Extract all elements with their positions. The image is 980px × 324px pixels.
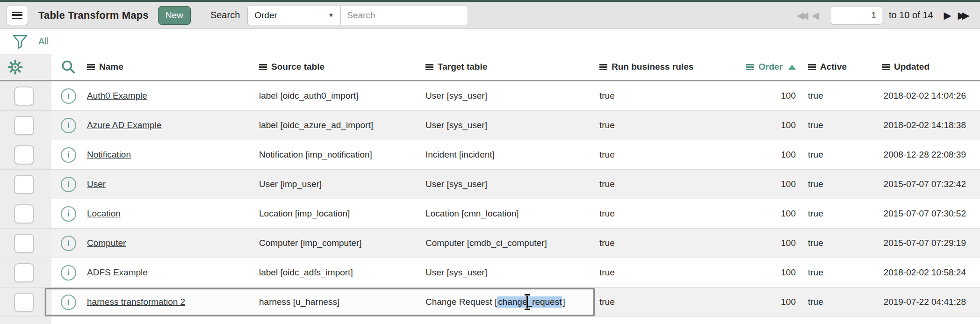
record-name-link[interactable]: User <box>87 179 106 189</box>
row-checkbox[interactable] <box>14 145 34 165</box>
search-input[interactable] <box>341 6 468 25</box>
record-name-link[interactable]: ADFS Example <box>87 267 148 278</box>
page-number-input[interactable] <box>831 6 882 25</box>
updated-cell: 2018-02-02 10:58:24 <box>860 267 980 278</box>
header-search-cell <box>51 59 85 75</box>
row-gutter <box>0 170 51 199</box>
list-context-menu-button[interactable] <box>7 6 28 25</box>
run-business-rules-cell: true <box>598 238 729 248</box>
column-header-name[interactable]: Name <box>85 62 259 72</box>
table-row: i User User [imp_user] User [sys_user] t… <box>0 170 980 199</box>
row-checkbox[interactable] <box>14 204 34 223</box>
column-header-updated[interactable]: Updated <box>860 62 980 72</box>
pagination: ◀◀ ◀ to 10 of 14 ▶ ▶▶ <box>793 6 970 25</box>
row-gutter <box>0 258 51 287</box>
target-table-cell: Change Request [change_request] <box>425 296 598 308</box>
table-row: i Azure AD Example label [oidc_azure_ad_… <box>0 111 980 140</box>
row-info-cell: i <box>51 177 85 192</box>
personalize-list-gear-icon[interactable] <box>7 59 23 75</box>
target-table-cell: Location [cmn_location] <box>425 209 598 219</box>
previous-page-button[interactable]: ◀ <box>808 10 822 20</box>
active-cell: true <box>796 150 860 160</box>
info-preview-icon[interactable]: i <box>61 177 76 192</box>
column-header-row: Name Source table Target table Run busin… <box>0 54 980 81</box>
updated-cell: 2015-07-07 07:30:52 <box>860 209 980 219</box>
info-preview-icon[interactable]: i <box>61 265 76 281</box>
row-gutter <box>0 140 51 169</box>
record-name-link[interactable]: Azure AD Example <box>87 120 161 130</box>
order-cell: 100 <box>729 209 796 219</box>
record-name-link[interactable]: Computer <box>87 238 126 248</box>
table-row: i Computer Computer [imp_computer] Compu… <box>0 229 980 258</box>
row-checkbox[interactable] <box>14 234 34 253</box>
table-row: i ADFS Example label [oidc_adfs_import] … <box>0 258 980 288</box>
active-cell: true <box>796 91 860 101</box>
row-checkbox[interactable] <box>14 293 34 312</box>
column-header-source-table[interactable]: Source table <box>259 62 425 72</box>
list-search-icon[interactable] <box>60 59 76 75</box>
row-checkbox[interactable] <box>14 263 34 282</box>
new-button[interactable]: New <box>158 6 191 25</box>
record-name-link[interactable]: Location <box>87 209 121 219</box>
row-info-cell: i <box>51 147 85 163</box>
column-menu-icon <box>87 64 95 70</box>
column-header-active[interactable]: Active <box>796 62 860 72</box>
info-preview-icon[interactable]: i <box>61 88 76 104</box>
source-table-cell: Location [imp_location] <box>259 209 425 219</box>
breadcrumb-all-link[interactable]: All <box>38 36 49 47</box>
updated-cell: 2008-12-28 22:08:39 <box>860 150 980 160</box>
info-preview-icon[interactable]: i <box>61 147 76 163</box>
active-cell: true <box>796 120 860 130</box>
target-table-cell: User [sys_user] <box>425 120 598 130</box>
row-info-cell: i <box>51 265 85 281</box>
active-cell: true <box>796 209 860 219</box>
first-page-button[interactable]: ◀◀ <box>793 10 808 20</box>
run-business-rules-cell: true <box>598 150 729 160</box>
order-cell: 100 <box>729 150 796 160</box>
column-header-target-table[interactable]: Target table <box>425 62 598 72</box>
table-row: i Location Location [imp_location] Locat… <box>0 199 980 229</box>
row-info-cell: i <box>51 118 85 133</box>
row-gutter <box>0 199 51 228</box>
source-table-cell: label [oidc_adfs_import] <box>259 267 425 278</box>
record-name-link[interactable]: Notification <box>87 150 131 160</box>
name-cell: harness transformation 2 <box>85 297 259 307</box>
record-name-link[interactable]: Auth0 Example <box>87 91 147 101</box>
run-business-rules-cell: true <box>598 297 729 307</box>
filter-funnel-icon[interactable] <box>12 34 28 50</box>
search-field-dropdown[interactable]: Order ▼ <box>247 6 341 25</box>
target-table-cell: User [sys_user] <box>425 267 598 278</box>
info-preview-icon[interactable]: i <box>61 206 76 222</box>
last-page-button[interactable]: ▶▶ <box>955 10 970 20</box>
sort-ascending-icon <box>788 65 796 70</box>
active-cell: true <box>796 238 860 248</box>
row-checkbox[interactable] <box>14 116 34 135</box>
info-preview-icon[interactable]: i <box>61 236 76 251</box>
record-name-link[interactable]: harness transformation 2 <box>87 297 185 307</box>
name-cell: User <box>85 179 259 189</box>
next-page-button[interactable]: ▶ <box>941 10 955 20</box>
table-row: i Auth0 Example label [oidc_auth0_import… <box>0 81 980 111</box>
order-cell: 100 <box>729 238 796 248</box>
column-menu-icon <box>425 64 433 70</box>
target-table-cell: Incident [incident] <box>425 150 598 160</box>
info-preview-icon[interactable]: i <box>61 118 76 133</box>
search-field-selected: Order <box>254 10 277 21</box>
column-header-order[interactable]: Order <box>729 62 796 72</box>
target-table-cell: Computer [cmdb_ci_computer] <box>425 238 598 248</box>
column-menu-icon <box>808 64 816 70</box>
order-cell: 100 <box>729 179 796 189</box>
pagination-range-label: to 10 of 14 <box>889 10 933 21</box>
column-header-run-business-rules[interactable]: Run business rules <box>598 62 729 72</box>
page-title: Table Transform Maps <box>38 9 149 22</box>
row-checkbox[interactable] <box>14 175 34 194</box>
run-business-rules-cell: true <box>598 120 729 130</box>
name-cell: ADFS Example <box>85 267 259 278</box>
row-gutter <box>0 317 51 324</box>
target-table-cell: User [sys_user] <box>425 179 598 189</box>
info-preview-icon[interactable]: i <box>61 295 76 310</box>
active-cell: true <box>796 297 860 307</box>
row-checkbox[interactable] <box>14 86 34 106</box>
run-business-rules-cell: true <box>598 179 729 189</box>
table-transform-maps-list: Table Transform Maps New Search Order ▼ … <box>0 0 980 324</box>
